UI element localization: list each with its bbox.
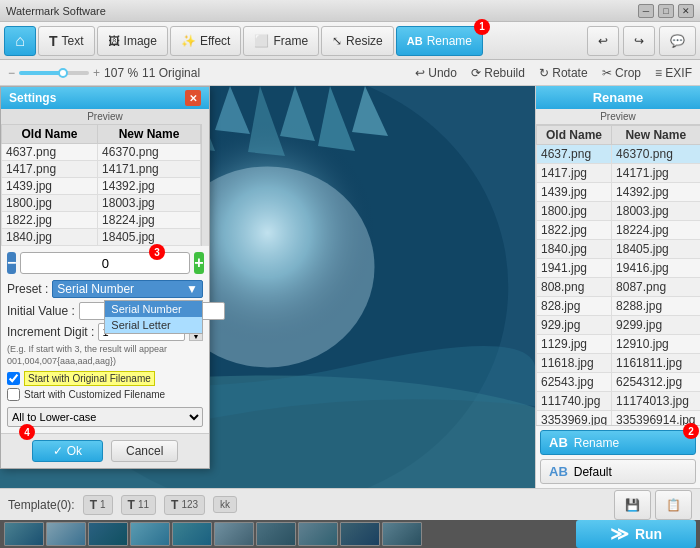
- crop-action[interactable]: ✂ Crop: [602, 66, 641, 80]
- minus-button[interactable]: −: [7, 252, 16, 274]
- preview-table-row: 1439.jpg14392.jpg: [2, 178, 201, 195]
- rename-table-row[interactable]: 111740.jpg11174013.jpg: [537, 392, 701, 411]
- run-label: Run: [635, 526, 662, 542]
- rename-table-row[interactable]: 62543.jpg6254312.jpg: [537, 373, 701, 392]
- plus-button[interactable]: +: [194, 252, 203, 274]
- rename-table-row[interactable]: 1822.jpg18224.jpg: [537, 221, 701, 240]
- checkbox1-row: Start with Original Filename: [7, 371, 203, 386]
- filmstrip-thumb-4[interactable]: [130, 522, 170, 546]
- dialog-preview-label: Preview: [1, 109, 209, 124]
- filmstrip-thumb-1[interactable]: [4, 522, 44, 546]
- template-bar: Template(0): T 1 T 11 T 123 kk 💾 📋: [0, 488, 700, 520]
- default-action-button[interactable]: AB Default: [540, 459, 696, 484]
- template-value-2: 11: [138, 499, 149, 510]
- save-button[interactable]: 💾: [614, 490, 651, 520]
- rename-table-row[interactable]: 929.jpg9299.jpg: [537, 316, 701, 335]
- preset-select[interactable]: Serial Number ▼: [52, 280, 203, 298]
- preset-option-serial-number[interactable]: Serial Number: [105, 301, 202, 317]
- export-button[interactable]: 📋: [655, 490, 692, 520]
- preset-label: Preset :: [7, 282, 48, 296]
- rename-table-row[interactable]: 828.jpg8288.jpg: [537, 297, 701, 316]
- rename-table-row[interactable]: 1439.jpg14392.jpg: [537, 183, 701, 202]
- maximize-button[interactable]: □: [658, 4, 674, 18]
- zoom-value: 107 %: [104, 66, 138, 80]
- preview-table-wrap: Old Name New Name 4637.png46370.png1417.…: [1, 124, 201, 246]
- template-value-3: 123: [181, 499, 198, 510]
- filmstrip-thumb-8[interactable]: [298, 522, 338, 546]
- undo-toolbar-button[interactable]: ↩: [587, 26, 619, 56]
- preview-table-row: 1822.jpg18224.jpg: [2, 212, 201, 229]
- preview-old-name: 4637.png: [2, 144, 98, 161]
- help-toolbar-button[interactable]: 💬: [659, 26, 696, 56]
- number-row: − +: [7, 252, 203, 274]
- frame-tool-button[interactable]: ⬜ Frame: [243, 26, 319, 56]
- exif-action[interactable]: ≡ EXIF: [655, 66, 692, 80]
- template-value-4: kk: [220, 499, 230, 510]
- rename-table-row[interactable]: 3353969.jpg335396914.jpg: [537, 411, 701, 426]
- template-item-3[interactable]: T 123: [164, 495, 205, 515]
- filmstrip-thumb-6[interactable]: [214, 522, 254, 546]
- filmstrip-thumb-5[interactable]: [172, 522, 212, 546]
- template-item-2[interactable]: T 11: [121, 495, 156, 515]
- default-btn-label: Default: [574, 465, 612, 479]
- ok-button[interactable]: ✓ Ok: [32, 440, 103, 462]
- redo-toolbar-button[interactable]: ↪: [623, 26, 655, 56]
- filmstrip-thumb-2[interactable]: [46, 522, 86, 546]
- rename-tool-button[interactable]: AB Rename 1: [396, 26, 483, 56]
- number-input[interactable]: [20, 252, 190, 274]
- rebuild-action[interactable]: ⟳ Rebuild: [471, 66, 525, 80]
- rename-table-row[interactable]: 11618.jpg1161811.jpg: [537, 354, 701, 373]
- resize-tool-button[interactable]: ⤡ Resize: [321, 26, 394, 56]
- titlebar: Watermark Software ─ □ ✕: [0, 0, 700, 22]
- image-tool-button[interactable]: 🖼 Image: [97, 26, 168, 56]
- filmstrip-thumb-10[interactable]: [382, 522, 422, 546]
- rename-table-row[interactable]: 1417.jpg14171.jpg: [537, 164, 701, 183]
- rename-col-old: Old Name: [537, 126, 612, 145]
- template-item-1[interactable]: T 1: [83, 495, 113, 515]
- preview-table-row: 4637.png46370.png: [2, 144, 201, 161]
- circle-2-badge: 2: [683, 423, 699, 439]
- effect-tool-button[interactable]: ✨ Effect: [170, 26, 241, 56]
- rename-old-name: 1417.jpg: [537, 164, 612, 183]
- rename-old-name: 1840.jpg: [537, 240, 612, 259]
- rename-action-button[interactable]: AB Rename 2: [540, 430, 696, 455]
- preview-table: Old Name New Name 4637.png46370.png1417.…: [1, 124, 201, 246]
- checkbox2-input[interactable]: [7, 388, 20, 401]
- rename-table-row[interactable]: 4637.png46370.png: [537, 145, 701, 164]
- ok-checkmark: ✓: [53, 444, 63, 458]
- filmstrip-thumb-3[interactable]: [88, 522, 128, 546]
- preview-new-name: 18224.jpg: [98, 212, 201, 229]
- dialog-close-button[interactable]: ✕: [185, 90, 201, 106]
- cancel-button[interactable]: Cancel: [111, 440, 178, 462]
- rename-table-row[interactable]: 1840.jpg18405.jpg: [537, 240, 701, 259]
- preview-scrollbar[interactable]: [201, 124, 209, 246]
- rotate-action[interactable]: ↻ Rotate: [539, 66, 588, 80]
- zoom-thumb: [58, 68, 68, 78]
- lower-case-select[interactable]: All to Lower-case: [7, 407, 203, 427]
- zoom-plus-icon: +: [93, 66, 100, 80]
- rename-table-row[interactable]: 1941.jpg19416.jpg: [537, 259, 701, 278]
- rename-old-name: 1822.jpg: [537, 221, 612, 240]
- checkbox1-input[interactable]: [7, 372, 20, 385]
- close-button[interactable]: ✕: [678, 4, 694, 18]
- rename-table-row[interactable]: 1129.jpg12910.jpg: [537, 335, 701, 354]
- preset-option-serial-letter[interactable]: Serial Letter: [105, 317, 202, 333]
- preset-row: Preset : Serial Number ▼ Serial Number S…: [7, 280, 203, 298]
- rename-table-row[interactable]: 1800.jpg18003.jpg: [537, 202, 701, 221]
- rotate-action-label: ↻ Rotate: [539, 66, 588, 80]
- app-title: Watermark Software: [6, 5, 106, 17]
- minimize-button[interactable]: ─: [638, 4, 654, 18]
- home-button[interactable]: ⌂: [4, 26, 36, 56]
- template-item-4[interactable]: kk: [213, 496, 237, 513]
- effect-icon: ✨: [181, 34, 196, 48]
- rename-btn-label: Rename: [574, 436, 619, 450]
- run-button[interactable]: ≫ Run: [576, 520, 696, 548]
- zoom-original: 11 Original: [142, 66, 200, 80]
- filmstrip-thumb-9[interactable]: [340, 522, 380, 546]
- filmstrip: ≫ Run: [0, 520, 700, 548]
- zoom-slider[interactable]: [19, 71, 89, 75]
- text-tool-button[interactable]: T Text: [38, 26, 95, 56]
- rename-table-row[interactable]: 808.png8087.png: [537, 278, 701, 297]
- undo-action[interactable]: ↩ Undo: [415, 66, 457, 80]
- filmstrip-thumb-7[interactable]: [256, 522, 296, 546]
